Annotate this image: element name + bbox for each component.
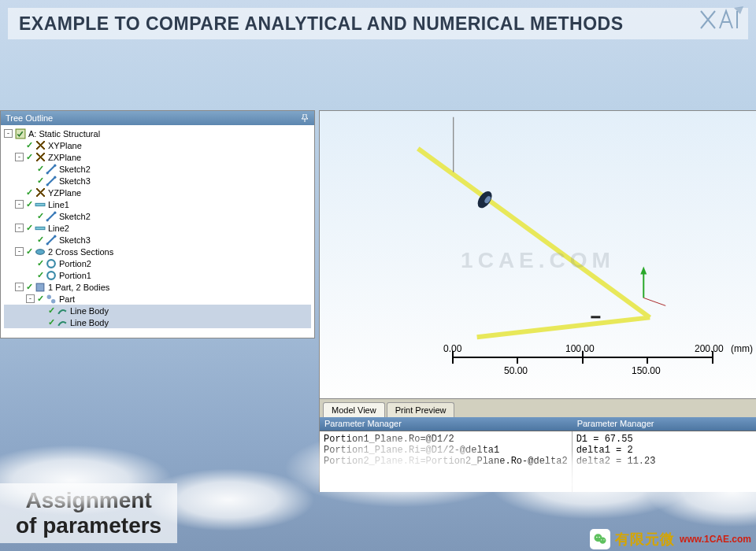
svg-point-9	[46, 242, 49, 245]
check-icon: ✓	[26, 246, 33, 257]
check-icon: ✓	[37, 235, 44, 245]
structural-icon	[15, 128, 26, 139]
check-icon: ✓	[48, 317, 55, 327]
tree-item-root[interactable]: - A: Static Structural	[4, 128, 311, 139]
tree-label: Sketch3	[59, 176, 91, 186]
scale-tick: 200.00	[695, 343, 724, 354]
viewport-tabstrip: Model View Print Preview	[319, 398, 756, 417]
tree-item-partnode[interactable]: - ✓ Part	[4, 293, 311, 305]
tree-label: Sketch2	[59, 212, 91, 221]
check-icon: ✓	[37, 270, 44, 280]
tab-model-view[interactable]: Model View	[323, 402, 385, 417]
check-icon: ✓	[37, 294, 44, 304]
scale-bar: 0.00 100.00 200.00 (mm) 50.00 150.00	[441, 343, 732, 383]
tab-print-preview[interactable]: Print Preview	[387, 402, 455, 417]
svg-point-1	[46, 172, 49, 174]
parameter-manager-body-left[interactable]: Portion1_Plane.Ro=@D1/2 Portion1_Plane.R…	[320, 431, 573, 492]
tree-label: Sketch2	[59, 165, 91, 174]
tree-outline-header: Tree Outline	[1, 111, 314, 125]
slide-caption: Assignment of parameters	[0, 483, 177, 543]
part-icon	[35, 282, 46, 292]
wechat-icon	[590, 529, 610, 549]
svg-point-33	[599, 538, 606, 544]
plane-icon	[35, 187, 46, 198]
expander-icon[interactable]: -	[15, 153, 24, 161]
tree-label: YZPlane	[48, 188, 81, 198]
watermark-text: 1CAE.COM	[461, 248, 615, 273]
svg-rect-8	[35, 227, 45, 229]
expander-icon[interactable]: -	[15, 247, 24, 256]
expander-icon[interactable]: -	[15, 200, 24, 209]
svg-point-13	[47, 272, 55, 279]
slide-title-banner: EXAMPLE TO COMPARE ANALYTICAL AND NUMERI…	[8, 8, 748, 39]
tree-item-line2[interactable]: - ✓ Line2	[4, 222, 311, 234]
tree-item-part-bodies[interactable]: - ✓ 1 Part, 2 Bodies	[4, 281, 311, 293]
sketch-icon	[46, 235, 57, 245]
tree-item-sketch3[interactable]: ✓ Sketch3	[4, 175, 311, 187]
check-icon: ✓	[37, 258, 44, 268]
svg-point-36	[601, 539, 602, 540]
plane-icon	[35, 152, 46, 162]
tree-item-portion2[interactable]: ✓ Portion2	[4, 257, 311, 269]
check-icon: ✓	[26, 223, 33, 233]
tree-outline-title: Tree Outline	[6, 113, 53, 123]
parameter-manager-body-right[interactable]: D1 = 67.55 delta1 = 2 delta2 = 11.23	[573, 431, 756, 492]
parameter-manager-header: Parameter Manager	[573, 417, 756, 431]
portion-icon	[46, 270, 57, 280]
3d-viewport[interactable]: 1CAE.COM 0.00 100.00 200.00 (mm) 50.00 1…	[319, 110, 756, 398]
plane-icon	[35, 140, 46, 150]
right-area: 1CAE.COM 0.00 100.00 200.00 (mm) 50.00 1…	[319, 110, 756, 492]
svg-point-16	[51, 299, 55, 303]
svg-marker-23	[640, 266, 647, 274]
svg-line-18	[477, 317, 650, 337]
tree-item-line1[interactable]: - ✓ Line1	[4, 198, 311, 210]
svg-point-12	[47, 260, 55, 268]
expander-icon[interactable]: -	[15, 283, 24, 291]
tree-label: A: Static Structural	[28, 129, 100, 139]
tree-item-zxplane[interactable]: - ✓ ZXPlane	[4, 151, 311, 163]
tree-label: Line1	[48, 200, 69, 209]
tree-item-line1-sketch[interactable]: ✓ Sketch2	[4, 210, 311, 222]
tree-item-line2-sketch[interactable]: ✓ Sketch3	[4, 234, 311, 246]
tree-item-linebody-1[interactable]: ✓ Line Body	[4, 305, 311, 316]
scale-tick: 150.00	[632, 365, 661, 376]
body-icon	[57, 305, 68, 316]
tree-outline-body[interactable]: - A: Static Structural ✓ XYPlane - ✓ ZXP…	[1, 125, 314, 338]
pin-icon[interactable]	[300, 113, 309, 123]
tree-label: Portion1	[59, 271, 91, 280]
sketch-icon	[46, 176, 57, 186]
caption-line1: Assignment	[16, 488, 161, 513]
tree-item-xyplane[interactable]: ✓ XYPlane	[4, 139, 311, 151]
body-icon	[57, 317, 68, 327]
svg-point-37	[603, 539, 604, 540]
logo-xai	[698, 5, 745, 35]
expander-icon[interactable]: -	[15, 224, 24, 232]
check-icon: ✓	[37, 164, 44, 174]
tree-item-linebody-2[interactable]: ✓ Line Body	[4, 316, 311, 328]
tree-item-portion1[interactable]: ✓ Portion1	[4, 269, 311, 281]
svg-point-7	[54, 211, 56, 213]
svg-point-2	[54, 164, 56, 166]
tree-label: 2 Cross Sections	[48, 247, 113, 257]
footer-watermark: 有限元微 www.1CAE.com	[590, 529, 751, 549]
tree-label: Line2	[48, 224, 69, 233]
svg-point-11	[36, 249, 45, 253]
tree-label: Part	[59, 294, 75, 304]
line-icon	[35, 199, 46, 209]
caption-line2: of parameters	[16, 513, 161, 538]
check-icon: ✓	[26, 282, 33, 292]
check-icon: ✓	[26, 187, 33, 198]
tree-label: Portion2	[59, 259, 91, 268]
tree-item-yzplane[interactable]: ✓ YZPlane	[4, 187, 311, 198]
tree-item-cross-sections[interactable]: - ✓ 2 Cross Sections	[4, 246, 311, 257]
expander-icon[interactable]: -	[4, 129, 13, 138]
tree-label: Sketch3	[59, 235, 91, 245]
portion-icon	[46, 258, 57, 268]
svg-rect-25	[591, 316, 600, 318]
expander-icon[interactable]: -	[26, 294, 35, 303]
svg-point-10	[54, 235, 56, 237]
cross-section-icon	[35, 246, 46, 257]
check-icon: ✓	[37, 176, 44, 186]
tree-item-sketch2[interactable]: ✓ Sketch2	[4, 163, 311, 175]
parameter-manager-left: Parameter Manager Portion1_Plane.Ro=@D1/…	[320, 417, 573, 492]
